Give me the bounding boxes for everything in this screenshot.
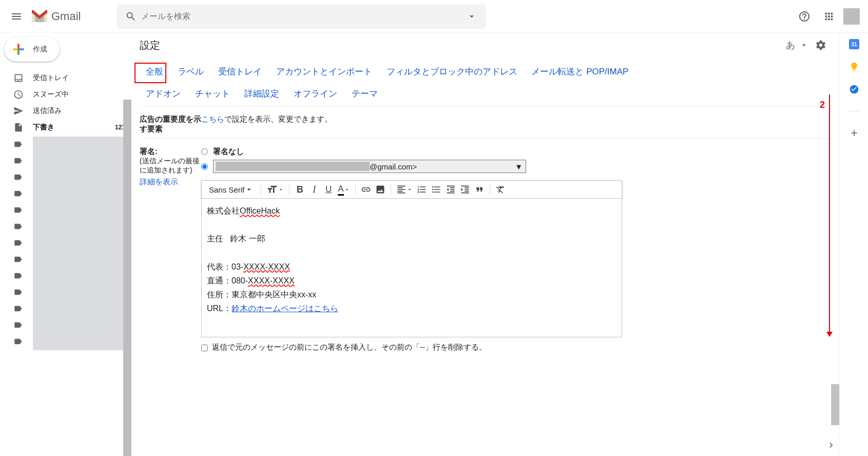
signature-url-link[interactable]: 鈴木のホームページはこちら [232, 304, 338, 313]
settings-content: 設定 あ 1 2 全般 ラベル 受信トレイ [131, 33, 839, 456]
bullet-list-button[interactable] [429, 182, 443, 197]
main-menu-button[interactable] [4, 4, 29, 29]
sidebar-label-item[interactable] [0, 252, 33, 268]
sidebar-label-item[interactable] [0, 153, 33, 169]
underline-button[interactable]: U [321, 182, 336, 197]
tab-filters[interactable]: フィルタとブロック中のアドレス [380, 62, 524, 82]
inbox-icon [13, 73, 24, 83]
sidebar-item-drafts[interactable]: 下書き 121 [0, 119, 131, 136]
label-icon [13, 304, 23, 313]
caret-down-icon [278, 186, 284, 193]
sidebar-label-item[interactable] [0, 186, 33, 202]
reply-insert-label: 返信で元のメッセージの前にこの署名を挿入し、その前の「--」行を削除する。 [212, 343, 487, 352]
annotation-2-arrow [829, 94, 830, 336]
tab-advanced[interactable]: 詳細設定 [238, 84, 285, 104]
search-options-button[interactable] [461, 11, 482, 22]
annotation-2: 2 [820, 100, 825, 110]
content-scrollbar[interactable] [831, 33, 839, 456]
sidebar-label-item[interactable] [0, 301, 33, 317]
tab-forwarding[interactable]: メール転送と POP/IMAP [525, 62, 634, 82]
no-sig-radio[interactable] [201, 148, 208, 155]
sidebar-label-item[interactable] [0, 268, 33, 284]
bold-button[interactable]: B [293, 182, 307, 197]
sidebar: 作成 受信トレイ スヌーズ中 送信済み 下書き 121 [0, 33, 131, 456]
label-icon [13, 205, 23, 215]
keep-app-button[interactable] [849, 62, 859, 72]
gmail-logo[interactable]: Gmail [31, 10, 81, 23]
compose-label: 作成 [33, 45, 47, 54]
sidebar-item-inbox[interactable]: 受信トレイ [0, 70, 131, 86]
draft-icon [13, 122, 24, 132]
apps-button[interactable] [819, 6, 839, 27]
settings-gear-button[interactable] [811, 35, 831, 55]
sidebar-label-item[interactable] [0, 317, 33, 334]
email-suffix: @gmail.com> [370, 162, 417, 171]
clock-icon [13, 89, 24, 100]
calendar-app-button[interactable]: 31 [849, 39, 859, 49]
tasks-app-button[interactable] [849, 84, 859, 94]
ad-link[interactable]: こちら [201, 115, 224, 123]
indent-more-button[interactable] [458, 182, 472, 197]
align-button[interactable] [394, 182, 415, 197]
sidebar-label-item[interactable] [0, 334, 33, 350]
sidebar-item-snoozed[interactable]: スヌーズ中 [0, 86, 131, 103]
font-size-button[interactable] [264, 182, 286, 197]
sig-radio[interactable] [201, 163, 208, 170]
compose-button[interactable]: 作成 [4, 37, 60, 62]
label-icon [13, 156, 23, 165]
sidebar-label-item[interactable] [0, 235, 33, 252]
reply-insert-checkbox[interactable] [201, 345, 208, 351]
help-icon [798, 10, 811, 23]
text-color-button[interactable]: A [336, 182, 352, 197]
tab-labels[interactable]: ラベル [171, 62, 210, 82]
tab-inbox[interactable]: 受信トレイ [212, 62, 268, 82]
sidebar-label-item[interactable] [0, 284, 33, 301]
signature-editor-wrap: Sans Serif B I U A [201, 180, 622, 337]
remove-format-button[interactable] [493, 182, 508, 197]
sig-label: 署名: [140, 147, 201, 157]
label-icon [13, 337, 23, 346]
sidebar-item-sent[interactable]: 送信済み [0, 103, 131, 119]
tab-chat[interactable]: チャット [189, 84, 236, 104]
search-bar[interactable] [117, 4, 486, 29]
sidebar-label-item[interactable] [0, 219, 33, 235]
label-icon [13, 222, 23, 231]
quote-button[interactable] [472, 182, 487, 197]
sidebar-label-item[interactable] [0, 137, 33, 153]
tab-accounts[interactable]: アカウントとインポート [270, 62, 378, 82]
sidebar-scrollbar-thumb[interactable] [123, 100, 131, 456]
side-panel-toggle[interactable] [826, 440, 836, 452]
search-button[interactable] [121, 6, 141, 27]
signature-editor[interactable]: 株式会社OfficeHack 主任 鈴木 一郎 代表：03-XXXX-XXXX … [201, 199, 622, 337]
section-signature: 署名: (送信メールの最後に追加されます) 詳細を表示 署名なし [140, 143, 831, 356]
support-button[interactable] [794, 6, 815, 27]
sig-body: 署名なし @gmail.com> ▼ [201, 147, 831, 352]
tab-themes[interactable]: テーマ [345, 84, 384, 104]
ad-body: こちらで設定を表示、変更できます。 [201, 115, 831, 134]
tab-addons[interactable]: アドオン [140, 84, 187, 104]
input-tools-button[interactable]: あ [784, 39, 797, 51]
label-icon [13, 140, 23, 149]
font-family-select[interactable]: Sans Serif [205, 185, 258, 194]
account-avatar[interactable] [843, 8, 860, 25]
sidebar-label-item[interactable] [0, 202, 33, 219]
sidebar-label-item[interactable] [0, 169, 33, 186]
numbered-list-button[interactable] [415, 182, 429, 197]
indent-less-button[interactable] [443, 182, 458, 197]
settings-tabs: 全般 ラベル 受信トレイ アカウントとインポート フィルタとブロック中のアドレス… [140, 58, 831, 106]
add-app-button[interactable] [849, 128, 859, 138]
image-button[interactable] [373, 182, 388, 197]
right-sidebar: 31 [839, 33, 868, 456]
content-scrollbar-thumb[interactable] [831, 384, 839, 425]
link-button[interactable] [359, 182, 373, 197]
content-wrap: 設定 あ 1 2 全般 ラベル 受信トレイ [131, 33, 868, 456]
indent-increase-icon [460, 184, 470, 195]
show-more-link[interactable]: 詳細を表示 [140, 177, 201, 187]
ad-body-post: で設定を表示、変更できます。 [224, 115, 332, 123]
tab-offline[interactable]: オフライン [287, 84, 343, 104]
plus-icon [849, 128, 859, 138]
signature-email-select[interactable]: @gmail.com> ▼ [213, 160, 526, 173]
italic-button[interactable]: I [307, 182, 321, 197]
remove-format-icon [495, 184, 506, 195]
search-input[interactable] [141, 12, 461, 21]
